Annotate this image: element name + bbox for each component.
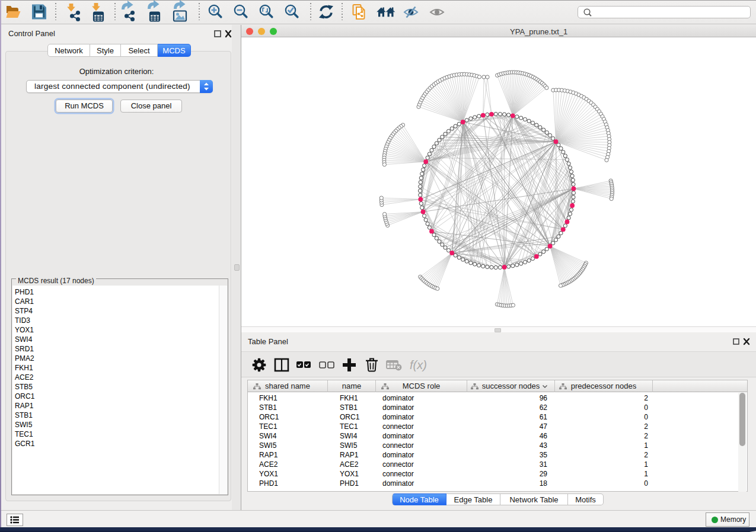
svg-text:f(x): f(x) [410,358,427,371]
